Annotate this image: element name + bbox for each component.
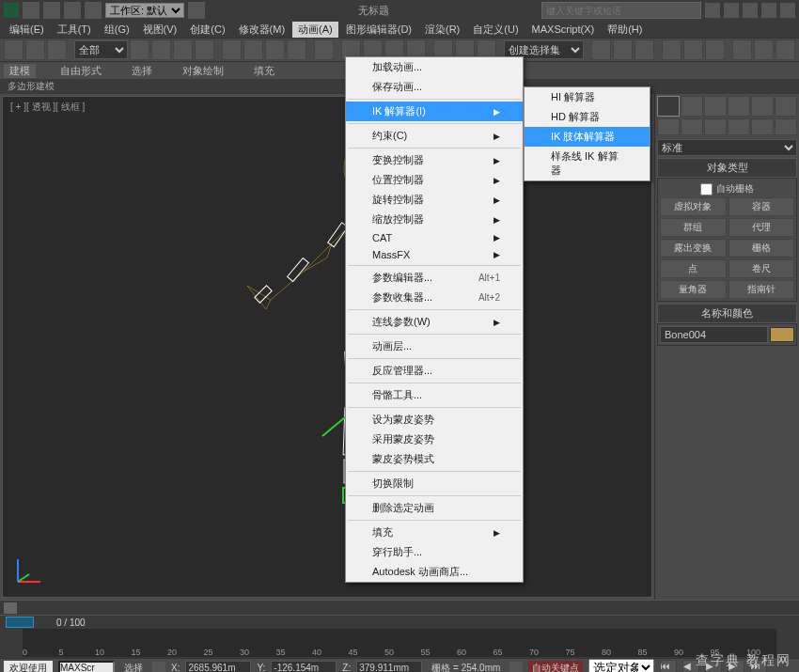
menu-item[interactable]: 动画层... bbox=[346, 336, 523, 356]
select-region-button[interactable] bbox=[173, 39, 193, 60]
z-coord-input[interactable] bbox=[356, 661, 422, 673]
menu-item[interactable]: 设为蒙皮姿势 bbox=[346, 410, 523, 430]
menu-item[interactable]: 组(G) bbox=[99, 22, 135, 38]
submenu-item[interactable]: 样条线 IK 解算器 bbox=[525, 147, 650, 180]
ribbon-tab[interactable]: 选择 bbox=[126, 64, 158, 78]
window-crossing-button[interactable] bbox=[195, 39, 214, 60]
selection-filter[interactable]: 全部 bbox=[74, 40, 128, 59]
material-editor-button[interactable] bbox=[705, 39, 725, 60]
x-coord-input[interactable] bbox=[185, 661, 251, 673]
ribbon-tab[interactable]: 填充 bbox=[248, 64, 280, 78]
mirror-button[interactable] bbox=[591, 39, 611, 60]
menu-item[interactable]: MAXScript(X) bbox=[526, 23, 601, 36]
create-button[interactable]: 点 bbox=[660, 259, 727, 278]
status-icon[interactable] bbox=[509, 662, 523, 673]
bind-button[interactable] bbox=[47, 39, 67, 60]
menu-item[interactable]: 填充▶ bbox=[346, 523, 523, 542]
menu-item[interactable]: 位置控制器▶ bbox=[346, 170, 523, 190]
menu-item[interactable]: 切换限制 bbox=[346, 474, 523, 493]
category-dropdown[interactable]: 标准 bbox=[657, 139, 797, 156]
menu-item[interactable]: 反应管理器... bbox=[346, 361, 523, 381]
submenu-item[interactable]: HI 解算器 bbox=[525, 87, 650, 107]
menu-item[interactable]: 删除选定动画 bbox=[346, 498, 523, 518]
menu-item[interactable]: 采用蒙皮姿势 bbox=[346, 430, 523, 449]
name-color-rollout-header[interactable]: 名称和颜色 bbox=[657, 304, 797, 323]
ribbon-tab[interactable]: 建模 bbox=[4, 64, 36, 78]
menu-item[interactable]: 骨骼工具... bbox=[346, 385, 523, 405]
menu-item[interactable]: 编辑(E) bbox=[4, 22, 50, 38]
autokey-button[interactable]: 自动关键点 bbox=[528, 661, 583, 673]
timeline-ruler[interactable]: 0510152025303540455055606570758085909510… bbox=[23, 629, 776, 657]
menu-item[interactable]: 变换控制器▶ bbox=[346, 150, 523, 170]
autogrid-checkbox[interactable] bbox=[700, 183, 713, 195]
menu-item[interactable]: 参数收集器...Alt+2 bbox=[346, 288, 523, 307]
helpers-icon[interactable] bbox=[751, 118, 774, 135]
display-tab[interactable] bbox=[751, 96, 774, 117]
menu-item[interactable]: 视图(V) bbox=[137, 22, 183, 38]
quick-btn-3[interactable] bbox=[64, 2, 81, 19]
ribbon-subtab-label[interactable]: 多边形建模 bbox=[8, 80, 55, 93]
search-icon[interactable] bbox=[705, 3, 720, 18]
scroll-thumb[interactable] bbox=[4, 602, 17, 614]
maxscript-listener[interactable] bbox=[58, 661, 115, 673]
create-button[interactable]: 虚拟对象 bbox=[660, 197, 727, 216]
geometry-icon[interactable] bbox=[657, 118, 680, 135]
refcoord-button[interactable] bbox=[287, 39, 306, 60]
quick-btn-4[interactable] bbox=[85, 2, 102, 19]
spacewarps-icon[interactable] bbox=[775, 118, 797, 135]
viewport-scrollbar[interactable] bbox=[0, 600, 799, 615]
quick-btn-5[interactable] bbox=[188, 2, 205, 19]
create-button[interactable]: 量角器 bbox=[660, 280, 727, 299]
viewport-label[interactable]: [ + ][ 透视 ][ 线框 ] bbox=[10, 101, 85, 114]
create-tab[interactable] bbox=[657, 96, 680, 117]
menu-item[interactable]: 加载动画... bbox=[346, 57, 523, 77]
menu-item[interactable]: 帮助(H) bbox=[602, 22, 648, 38]
ribbon-tab[interactable]: 自由形式 bbox=[55, 64, 107, 78]
workspace-selector[interactable]: 工作区: 默认 bbox=[105, 3, 184, 18]
time-slider[interactable] bbox=[6, 617, 34, 628]
lock-icon[interactable] bbox=[152, 662, 165, 673]
menu-item[interactable]: 连线参数(W)▶ bbox=[346, 312, 523, 332]
move-button[interactable] bbox=[222, 39, 242, 60]
render-button[interactable] bbox=[776, 39, 795, 60]
star-icon[interactable] bbox=[761, 3, 776, 18]
create-button[interactable]: 指南针 bbox=[728, 280, 795, 299]
menu-item[interactable]: 参数编辑器...Alt+1 bbox=[346, 268, 523, 288]
object-color-swatch[interactable] bbox=[770, 327, 794, 342]
hierarchy-tab[interactable] bbox=[704, 96, 727, 117]
create-button[interactable]: 卷尺 bbox=[728, 259, 795, 278]
scale-button[interactable] bbox=[265, 39, 285, 60]
motion-tab[interactable] bbox=[728, 96, 750, 117]
menu-item[interactable]: 旋转控制器▶ bbox=[346, 190, 523, 210]
shapes-icon[interactable] bbox=[681, 118, 703, 135]
menu-item[interactable]: 蒙皮姿势模式 bbox=[346, 449, 523, 469]
app-icon[interactable] bbox=[4, 3, 19, 18]
menu-item[interactable]: MassFX▶ bbox=[346, 246, 523, 263]
menu-item[interactable]: 保存动画... bbox=[346, 77, 523, 97]
misc-button-1[interactable] bbox=[314, 39, 334, 60]
submenu-item[interactable]: IK 肢体解算器 bbox=[525, 127, 650, 147]
rotate-button[interactable] bbox=[243, 39, 263, 60]
modify-tab[interactable] bbox=[681, 96, 703, 117]
menu-item[interactable]: 修改器(M) bbox=[233, 22, 291, 38]
ribbon-tab[interactable]: 对象绘制 bbox=[177, 64, 229, 78]
menu-item[interactable]: 自定义(U) bbox=[467, 22, 524, 38]
lights-icon[interactable] bbox=[704, 118, 727, 135]
menu-item[interactable]: Autodesk 动画商店... bbox=[346, 562, 523, 582]
goto-start-button[interactable]: ⏮ bbox=[660, 660, 677, 673]
infocenter-icon[interactable] bbox=[743, 3, 758, 18]
align-button[interactable] bbox=[613, 39, 633, 60]
object-name-input[interactable] bbox=[660, 326, 768, 343]
link-button[interactable] bbox=[4, 39, 24, 60]
select-name-button[interactable] bbox=[151, 39, 171, 60]
utilities-tab[interactable] bbox=[775, 96, 797, 117]
cameras-icon[interactable] bbox=[728, 118, 750, 135]
quick-btn-2[interactable] bbox=[43, 2, 60, 19]
create-button[interactable]: 露出变换 bbox=[660, 239, 727, 258]
menu-item[interactable]: 工具(T) bbox=[52, 22, 97, 38]
create-button[interactable]: 栅格 bbox=[728, 239, 795, 258]
menu-item[interactable]: 约束(C)▶ bbox=[346, 126, 523, 146]
layer-button[interactable] bbox=[634, 39, 654, 60]
menu-item[interactable]: CAT▶ bbox=[346, 229, 523, 246]
y-coord-input[interactable] bbox=[271, 661, 337, 673]
